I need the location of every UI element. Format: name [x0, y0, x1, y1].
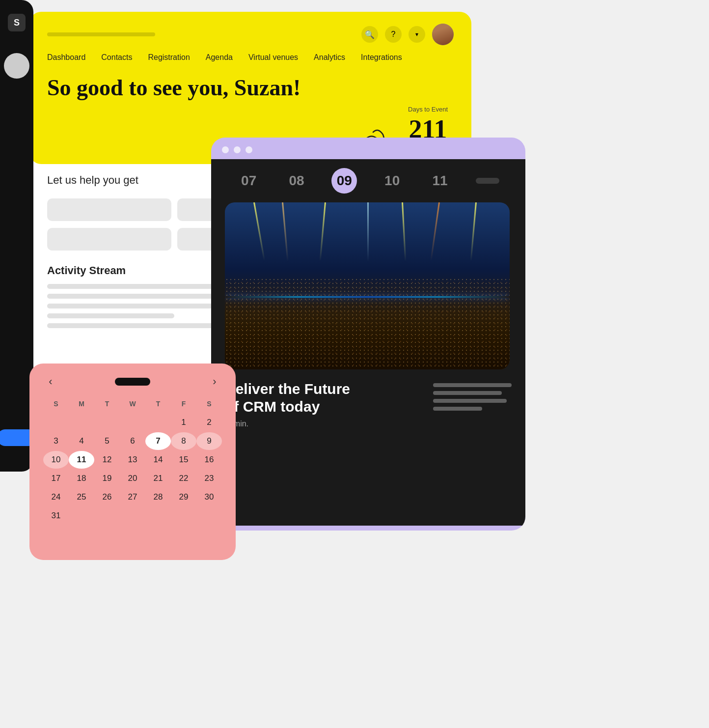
cal-day-1[interactable]: 1: [171, 414, 196, 431]
day-11[interactable]: 11: [416, 173, 464, 189]
cal-day-10[interactable]: 10: [43, 451, 69, 469]
cal-day-13[interactable]: 13: [120, 451, 145, 469]
topbar-spacer: [47, 32, 155, 36]
sidebar: S: [0, 0, 33, 472]
topbar: 🔍 ? ▾: [47, 24, 454, 45]
cal-day-17[interactable]: 17: [43, 470, 69, 487]
day-selector: 07 08 09 10 11: [211, 159, 525, 202]
form-input-3[interactable]: [47, 228, 171, 251]
event-lines: [433, 380, 512, 411]
nav-integrations[interactable]: Integrations: [361, 53, 402, 62]
cal-day-30[interactable]: 30: [196, 488, 222, 506]
cal-day-31[interactable]: 31: [43, 507, 69, 525]
calendar-card: ‹ › S M T W T F S 1 2 3 4 5 6 7 8 9 10 1…: [29, 364, 236, 560]
day-08[interactable]: 08: [273, 173, 320, 189]
cal-day-14[interactable]: 14: [145, 451, 171, 469]
cal-day-6[interactable]: 6: [120, 432, 145, 450]
event-card-titlebar: [211, 138, 525, 159]
dow-fri: F: [171, 398, 196, 410]
activity-line-3: [47, 304, 213, 308]
cal-day-19[interactable]: 19: [94, 470, 120, 487]
dow-tue: T: [94, 398, 120, 410]
titlebar-dot-2: [234, 146, 241, 153]
cal-day-18[interactable]: 18: [69, 470, 94, 487]
day-pill[interactable]: [476, 178, 499, 184]
day-pill-wrap: [464, 178, 512, 184]
day-09-wrap: 09: [321, 168, 368, 194]
day-10-wrap: 10: [368, 173, 416, 189]
sidebar-logo: S: [8, 14, 26, 31]
event-info: Deliver the Futureof CRM today 20min.: [211, 369, 525, 439]
cal-day-15[interactable]: 15: [171, 451, 196, 469]
user-avatar[interactable]: [432, 24, 454, 45]
event-duration: 20min.: [225, 420, 350, 428]
topbar-actions: 🔍 ? ▾: [361, 24, 454, 45]
nav-contacts[interactable]: Contacts: [101, 53, 132, 62]
event-card: 07 08 09 10 11: [211, 138, 525, 531]
event-line-1: [433, 383, 512, 387]
event-card-inner: 07 08 09 10 11: [211, 159, 525, 526]
calendar-header: ‹ ›: [43, 375, 222, 388]
day-07-wrap: 07: [225, 173, 273, 189]
cal-day-4[interactable]: 4: [69, 432, 94, 450]
calendar-next-button[interactable]: ›: [207, 375, 222, 388]
cal-day-27[interactable]: 27: [120, 488, 145, 506]
nav-analytics[interactable]: Analytics: [314, 53, 345, 62]
cal-day-21[interactable]: 21: [145, 470, 171, 487]
day-09[interactable]: 09: [331, 168, 357, 194]
cal-day-20[interactable]: 20: [120, 470, 145, 487]
cal-day-12[interactable]: 12: [94, 451, 120, 469]
main-nav: Dashboard Contacts Registration Agenda V…: [47, 53, 454, 62]
event-image-visual: [225, 202, 510, 369]
cal-day-22[interactable]: 22: [171, 470, 196, 487]
cal-day-9[interactable]: 9: [196, 432, 222, 450]
event-image: [225, 202, 510, 369]
cal-day-29[interactable]: 29: [171, 488, 196, 506]
dow-thu: T: [145, 398, 171, 410]
chevron-down-icon[interactable]: ▾: [409, 26, 425, 43]
event-line-4: [433, 407, 482, 411]
dow-wed: W: [120, 398, 145, 410]
event-line-3: [433, 399, 507, 403]
event-text: Deliver the Futureof CRM today 20min.: [225, 380, 350, 428]
nav-virtual-venues[interactable]: Virtual venues: [248, 53, 298, 62]
event-line-2: [433, 391, 502, 395]
activity-line-4: [47, 313, 174, 318]
nav-agenda[interactable]: Agenda: [206, 53, 233, 62]
titlebar-dot-1: [222, 146, 229, 153]
day-07[interactable]: 07: [225, 173, 273, 189]
calendar-month: [115, 378, 150, 386]
cal-day-2[interactable]: 2: [196, 414, 222, 431]
event-title: Deliver the Futureof CRM today: [225, 380, 350, 416]
day-08-wrap: 08: [273, 173, 320, 189]
sidebar-avatar: [4, 53, 29, 79]
dow-sat: S: [196, 398, 222, 410]
titlebar-dot-3: [245, 146, 252, 153]
greeting-text: So good to see you, Suzan!: [47, 76, 454, 101]
cal-day-23[interactable]: 23: [196, 470, 222, 487]
dow-mon: M: [69, 398, 94, 410]
calendar-prev-button[interactable]: ‹: [43, 375, 58, 388]
day-10[interactable]: 10: [368, 173, 416, 189]
cal-day-8[interactable]: 8: [171, 432, 196, 450]
cal-day-11[interactable]: 11: [69, 451, 94, 469]
nav-registration[interactable]: Registration: [148, 53, 190, 62]
cal-day-26[interactable]: 26: [94, 488, 120, 506]
cal-day-25[interactable]: 25: [69, 488, 94, 506]
help-icon[interactable]: ?: [385, 26, 402, 43]
cal-day-7[interactable]: 7: [145, 432, 171, 450]
cal-day-16[interactable]: 16: [196, 451, 222, 469]
audience: [225, 278, 510, 369]
cal-day-5[interactable]: 5: [94, 432, 120, 450]
calendar-dow-row: S M T W T F S: [43, 398, 222, 410]
form-input-1[interactable]: [47, 198, 171, 221]
calendar-grid: 1 2 3 4 5 6 7 8 9 10 11 12 13 14 15 16 1…: [43, 414, 222, 525]
days-label: Days to Event: [408, 106, 448, 113]
day-11-wrap: 11: [416, 173, 464, 189]
nav-dashboard[interactable]: Dashboard: [47, 53, 85, 62]
cal-day-24[interactable]: 24: [43, 488, 69, 506]
cal-day-28[interactable]: 28: [145, 488, 171, 506]
search-icon[interactable]: 🔍: [361, 26, 378, 43]
dow-sun: S: [43, 398, 69, 410]
cal-day-3[interactable]: 3: [43, 432, 69, 450]
